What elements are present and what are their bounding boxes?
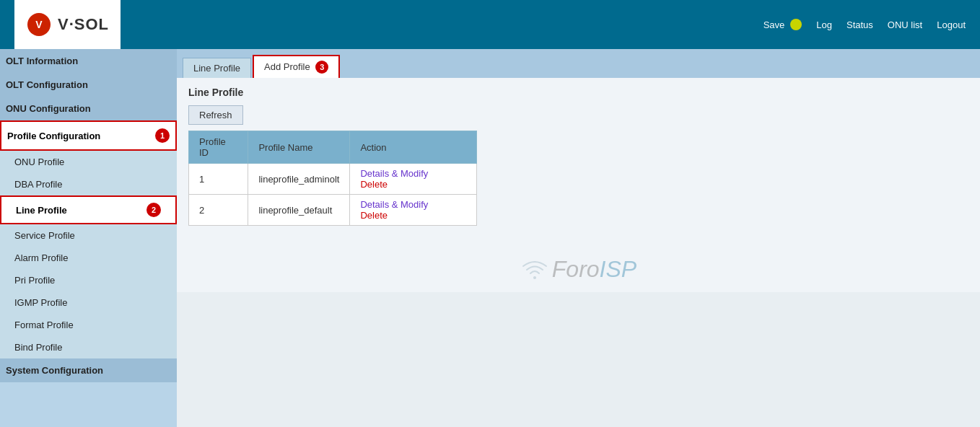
- sidebar-item-onu-configuration[interactable]: ONU Configuration: [0, 97, 177, 120]
- sidebar-item-olt-information[interactable]: OLT Information: [0, 49, 177, 73]
- content-area: Line Profile Refresh Profile ID Profile …: [177, 78, 980, 292]
- profile-configuration-badge: 1: [155, 128, 170, 143]
- nav-log[interactable]: Log: [816, 19, 832, 30]
- sidebar-item-format-profile[interactable]: Format Profile: [0, 314, 177, 336]
- sidebar-label-alarm-profile: Alarm Profile: [14, 252, 68, 263]
- profile-table: Profile ID Profile Name Action 1 linepro…: [188, 131, 477, 226]
- cell-action: Details & Modify Delete: [350, 164, 477, 195]
- details-modify-link[interactable]: Details & Modify: [360, 168, 428, 179]
- header-right: Save Log Status ONU list Logout: [764, 19, 966, 30]
- cell-profile-name: lineprofile_default: [248, 195, 350, 226]
- sidebar-item-profile-configuration[interactable]: Profile Configuration 1: [0, 120, 177, 151]
- sidebar-label-bind-profile: Bind Profile: [14, 342, 62, 353]
- sidebar-label-system-configuration: System Configuration: [6, 365, 103, 376]
- cell-profile-id: 2: [189, 195, 248, 226]
- sidebar-label-olt-information: OLT Information: [6, 56, 78, 66]
- sidebar-item-system-configuration[interactable]: System Configuration: [0, 358, 177, 382]
- table-row: 1 lineprofile_adminolt Details & Modify …: [189, 164, 477, 195]
- nav-status[interactable]: Status: [846, 19, 873, 30]
- sidebar-label-igmp-profile: IGMP Profile: [14, 297, 67, 308]
- details-modify-link[interactable]: Details & Modify: [360, 199, 428, 210]
- sidebar-item-alarm-profile[interactable]: Alarm Profile: [0, 247, 177, 269]
- layout: OLT Information OLT Configuration ONU Co…: [0, 49, 980, 427]
- sidebar-label-onu-profile: ONU Profile: [14, 157, 64, 167]
- tab-add-profile[interactable]: Add Profile 3: [253, 55, 340, 78]
- nav-logout[interactable]: Logout: [937, 19, 966, 30]
- line-profile-badge: 2: [146, 203, 161, 217]
- refresh-button[interactable]: Refresh: [188, 105, 243, 125]
- cell-profile-id: 1: [189, 164, 248, 195]
- sidebar-item-dba-profile[interactable]: DBA Profile: [0, 173, 177, 195]
- sidebar-item-bind-profile[interactable]: Bind Profile: [0, 336, 177, 358]
- watermark-text: ForoISP: [552, 256, 636, 283]
- status-dot: [790, 19, 802, 30]
- watermark-wifi-icon: [520, 255, 549, 283]
- sidebar-item-igmp-profile[interactable]: IGMP Profile: [0, 291, 177, 314]
- cell-profile-name: lineprofile_adminolt: [248, 164, 350, 195]
- page-title: Line Profile: [188, 87, 968, 98]
- tab-add-profile-label: Add Profile: [264, 61, 310, 72]
- delete-link[interactable]: Delete: [360, 210, 388, 221]
- sidebar-label-format-profile: Format Profile: [14, 320, 74, 330]
- vsol-logo-icon: V: [26, 12, 52, 38]
- col-header-profile-name: Profile Name: [248, 131, 350, 164]
- sidebar-item-line-profile[interactable]: Line Profile 2: [0, 195, 177, 224]
- col-header-profile-id: Profile ID: [189, 131, 248, 164]
- sidebar-item-onu-profile[interactable]: ONU Profile: [0, 151, 177, 173]
- logo-area: V V·SOL: [14, 0, 121, 49]
- delete-link[interactable]: Delete: [360, 179, 388, 190]
- sidebar-label-dba-profile: DBA Profile: [14, 179, 62, 190]
- sidebar-item-pri-profile[interactable]: Pri Profile: [0, 269, 177, 291]
- tab-line-profile-label: Line Profile: [193, 63, 240, 74]
- sidebar-label-line-profile: Line Profile: [16, 205, 67, 216]
- add-profile-badge: 3: [315, 61, 328, 74]
- sidebar: OLT Information OLT Configuration ONU Co…: [0, 49, 177, 427]
- save-label[interactable]: Save: [764, 19, 785, 30]
- sidebar-label-service-profile: Service Profile: [14, 230, 75, 241]
- svg-text:V: V: [35, 19, 43, 30]
- sidebar-label-profile-configuration: Profile Configuration: [7, 131, 100, 141]
- save-area: Save: [764, 19, 802, 30]
- sidebar-item-service-profile[interactable]: Service Profile: [0, 224, 177, 247]
- sidebar-label-pri-profile: Pri Profile: [14, 275, 55, 286]
- col-header-action: Action: [350, 131, 477, 164]
- tabs-bar: Line Profile Add Profile 3: [177, 49, 980, 78]
- sidebar-label-onu-configuration: ONU Configuration: [6, 103, 91, 114]
- logo-text: V·SOL: [58, 15, 109, 34]
- sidebar-item-olt-configuration[interactable]: OLT Configuration: [0, 73, 177, 97]
- table-row: 2 lineprofile_default Details & Modify D…: [189, 195, 477, 226]
- main-content: Line Profile Add Profile 3 Line Profile …: [177, 49, 980, 427]
- sidebar-label-olt-configuration: OLT Configuration: [6, 79, 88, 90]
- watermark: ForoISP: [188, 255, 968, 283]
- nav-onu-list[interactable]: ONU list: [888, 19, 922, 30]
- header: V V·SOL Save Log Status ONU list Logout: [0, 0, 980, 49]
- cell-action: Details & Modify Delete: [350, 195, 477, 226]
- tab-line-profile[interactable]: Line Profile: [183, 58, 251, 78]
- svg-point-2: [533, 276, 536, 279]
